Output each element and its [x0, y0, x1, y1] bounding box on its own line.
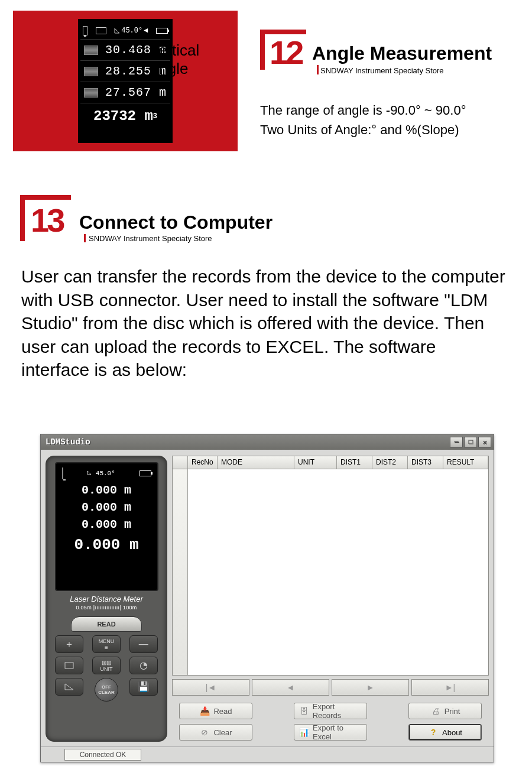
nav-first[interactable]: |◄ — [172, 679, 249, 696]
col-recno[interactable]: RecNo — [188, 456, 218, 469]
wall-icon — [84, 88, 98, 98]
about-button[interactable]: ?About — [408, 724, 482, 741]
save-icon: 💾 — [138, 682, 150, 691]
battery-icon — [156, 28, 168, 34]
key-off-clear[interactable]: OFFCLEAR — [95, 678, 118, 702]
angle-arrow-icon: ◄ — [144, 27, 148, 35]
wall-icon — [84, 67, 98, 76]
status-bar: Connected OK — [41, 746, 494, 762]
col-dist3[interactable]: DIST3 — [408, 456, 443, 469]
mode-icon — [96, 27, 106, 34]
nav-row: |◄ ◄ ► ►| — [172, 679, 489, 696]
col-result[interactable]: RESULT — [443, 456, 488, 469]
section-12-body: The range of angle is -90.0° ~ 90.0° Two… — [260, 100, 520, 139]
angle-value: 45.0° — [121, 27, 142, 35]
key-minus[interactable]: — — [129, 635, 158, 653]
close-button[interactable]: ✕ — [478, 437, 491, 447]
battery-icon — [140, 470, 151, 476]
title-bar: LDMStudio ― □ ✕ — [41, 434, 494, 450]
grid-rows-empty — [188, 469, 488, 675]
section-subtitle: SNDWAY Instrument Speciaty Store — [89, 234, 212, 243]
body-line-1: The range of angle is -90.0° ~ 90.0° — [260, 100, 520, 120]
connection-status: Connected OK — [64, 749, 141, 761]
preview-row-3: 0.000 m — [60, 518, 154, 531]
grid-gutter — [173, 469, 188, 675]
timer-icon: ◔ — [140, 661, 148, 670]
svg-rect-0 — [65, 663, 73, 668]
data-pane: RecNo MODE UNIT DIST1 DIST2 DIST3 RESULT… — [172, 456, 489, 742]
device-model-label: Laser Distance Meter — [70, 595, 143, 603]
angle-icon — [114, 28, 120, 34]
key-save[interactable]: 💾 — [129, 678, 158, 696]
preview-row-2: 0.000 m — [60, 501, 154, 514]
preview-screen: 45.0° 0.000 m 0.000 m 0.000 m 0.000 m — [55, 462, 158, 591]
export-icon: 🗄 — [299, 706, 309, 716]
reference-icon — [83, 26, 87, 35]
records-grid[interactable]: RecNo MODE UNIT DIST1 DIST2 DIST3 RESULT — [172, 456, 489, 676]
export-records-button[interactable]: 🗄Export Records — [294, 703, 367, 719]
clear-button[interactable]: ⊘Clear — [179, 724, 252, 741]
wall-icon — [84, 46, 98, 55]
read-icon: 📥 — [199, 706, 210, 716]
grid-header: RecNo MODE UNIT DIST1 DIST2 DIST3 RESULT — [173, 456, 488, 469]
body-line-2: Two Units of Angle:° and %(Slope) — [260, 120, 520, 139]
clear-icon: ⊘ — [199, 728, 210, 737]
section-13-header: 13 Connect to Computer SNDWAY Instrument… — [20, 195, 292, 248]
measure-total: 23732 m3 — [80, 103, 170, 129]
section-subtitle: SNDWAY Instrument Speciaty Store — [320, 66, 444, 75]
preview-row-big: 0.000 m — [60, 536, 154, 554]
angle-readout: 45.0° ◄ — [114, 27, 148, 35]
minus-icon: — — [139, 639, 148, 649]
section-number: 12 — [270, 33, 301, 72]
minimize-button[interactable]: ― — [450, 437, 463, 447]
device-hero: 45.0° ◄ 30.468 m 28.255 m 27.567 m 23732… — [13, 11, 238, 151]
col-dist1[interactable]: DIST1 — [337, 456, 372, 469]
section-13-body: User can transfer the records from the d… — [21, 265, 506, 382]
angle-icon — [87, 470, 92, 475]
key-timer[interactable]: ◔ — [129, 657, 158, 674]
col-mode[interactable]: MODE — [218, 456, 294, 469]
print-icon: 🖨 — [430, 706, 441, 716]
preview-angle: 45.0° — [87, 470, 115, 477]
triangle-icon — [63, 683, 75, 691]
device-scale-label: 0.05m |ııııııııııııııı| 100m — [76, 605, 137, 611]
grid-selector-col — [173, 456, 188, 469]
section-title: Angle Measurement — [312, 43, 492, 64]
key-area[interactable] — [55, 657, 83, 674]
accent-bar — [317, 65, 319, 74]
area-icon — [63, 661, 75, 670]
accent-bar — [84, 234, 86, 242]
read-button[interactable]: 📥Read — [179, 703, 252, 719]
action-buttons: 📥Read 🗄Export Records 🖨Print ⊘Clear 📊Exp… — [172, 699, 489, 742]
plus-icon: ＋ — [64, 639, 74, 649]
section-number: 13 — [31, 201, 63, 239]
callout-label: Vertical Angle — [149, 41, 238, 78]
nav-last[interactable]: ►| — [411, 679, 489, 696]
key-plus[interactable]: ＋ — [55, 635, 83, 653]
key-menu[interactable]: MENU≡ — [92, 635, 121, 653]
reference-icon — [62, 468, 63, 479]
preview-row-1: 0.000 m — [60, 483, 154, 497]
section-12-header: 12 Angle Measurement SNDWAY Instrument S… — [260, 30, 520, 77]
excel-icon: 📊 — [299, 728, 309, 737]
col-unit[interactable]: UNIT — [294, 456, 337, 469]
ldm-studio-window: LDMStudio ― □ ✕ 45.0° 0.000 m 0.000 m — [40, 434, 494, 762]
device-keypad: READ ＋ MENU≡ — ⊞⊞UNIT ◔ OFFCLEAR 💾 — [53, 616, 160, 702]
key-read[interactable]: READ — [71, 616, 142, 632]
export-excel-button[interactable]: 📊Export to Excel — [294, 724, 367, 741]
nav-prev[interactable]: ◄ — [252, 679, 329, 696]
nav-next[interactable]: ► — [332, 679, 409, 696]
print-button[interactable]: 🖨Print — [408, 703, 482, 719]
callout-arrow — [125, 48, 147, 49]
section-title: Connect to Computer — [79, 212, 273, 233]
window-title: LDMStudio — [46, 437, 90, 447]
col-dist2[interactable]: DIST2 — [372, 456, 408, 469]
maximize-button[interactable]: □ — [464, 437, 477, 447]
key-unit[interactable]: ⊞⊞UNIT — [92, 657, 121, 674]
key-pythagoras[interactable] — [55, 678, 83, 696]
help-icon: ? — [428, 728, 439, 737]
measure-3: 27.567 m — [103, 86, 167, 99]
device-preview-panel: 45.0° 0.000 m 0.000 m 0.000 m 0.000 m La… — [46, 456, 167, 742]
grid-body — [173, 469, 488, 675]
device-screen: 45.0° ◄ 30.468 m 28.255 m 27.567 m 23732… — [78, 19, 173, 143]
